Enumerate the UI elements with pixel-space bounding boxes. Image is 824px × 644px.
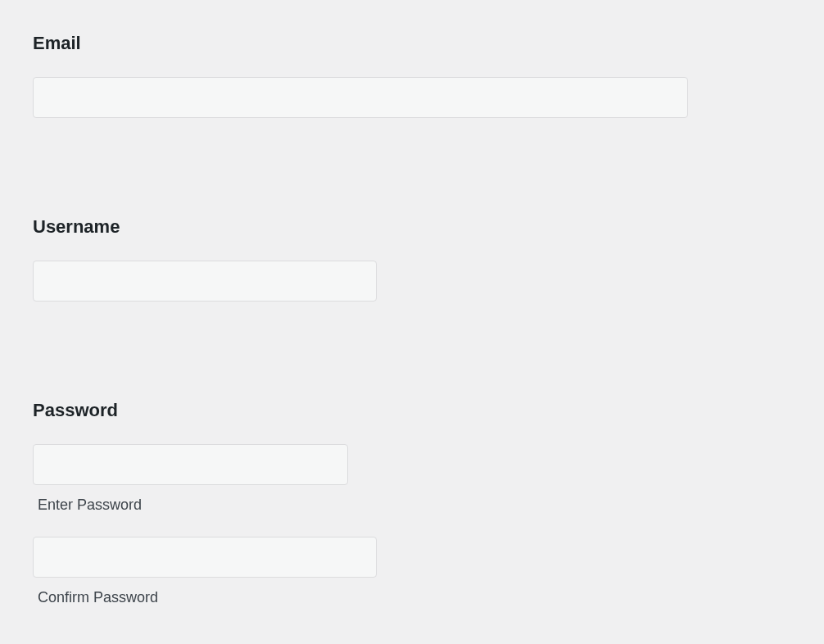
- email-input[interactable]: [33, 77, 688, 118]
- enter-password-block: Enter Password: [33, 444, 791, 514]
- enter-password-sublabel: Enter Password: [38, 497, 791, 514]
- confirm-password-input[interactable]: [33, 537, 377, 578]
- confirm-password-block: Confirm Password: [33, 537, 791, 606]
- password-label: Password: [33, 400, 791, 421]
- email-label: Email: [33, 33, 791, 54]
- username-label: Username: [33, 216, 791, 238]
- username-input[interactable]: [33, 261, 377, 302]
- password-field-group: Password Enter Password Confirm Password: [33, 400, 791, 606]
- password-input[interactable]: [33, 444, 348, 485]
- username-field-group: Username: [33, 216, 791, 302]
- email-field-group: Email: [33, 33, 791, 118]
- confirm-password-sublabel: Confirm Password: [38, 589, 791, 606]
